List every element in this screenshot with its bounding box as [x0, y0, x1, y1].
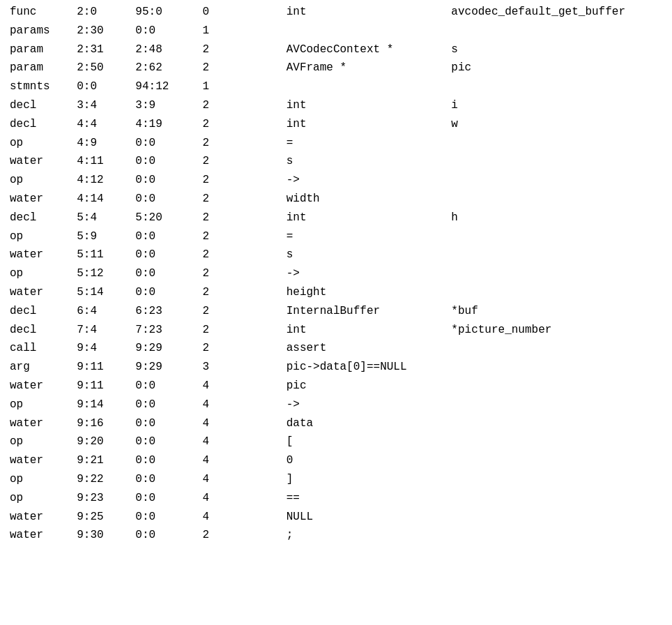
cell-0: op — [6, 489, 72, 508]
cell-3: 4 — [199, 508, 232, 527]
table-row: water9:250:04NULL — [6, 508, 666, 527]
table-row: param2:312:482AVCodecContext *s — [6, 40, 666, 59]
cell-6 — [437, 451, 447, 470]
cell-2: 9:29 — [131, 339, 198, 358]
cell-2: 4:19 — [131, 115, 198, 134]
cell-5: width — [282, 190, 437, 209]
cell-7 — [447, 77, 666, 96]
table-row: decl7:47:232int*picture_number — [6, 321, 666, 340]
cell-1: 4:4 — [72, 115, 131, 134]
data-table: func2:095:00intavcodec_default_get_buffe… — [6, 3, 666, 545]
cell-6 — [437, 77, 447, 96]
cell-4 — [232, 526, 282, 545]
cell-3: 2 — [199, 59, 232, 77]
cell-3: 2 — [199, 264, 232, 283]
table-row: op9:140:04-> — [6, 396, 666, 414]
table-row: water4:110:02s — [6, 152, 666, 171]
cell-1: 2:50 — [72, 59, 131, 77]
cell-3: 2 — [199, 96, 232, 115]
cell-0: water — [6, 152, 72, 171]
cell-2: 95:0 — [131, 3, 198, 22]
cell-4 — [232, 3, 282, 22]
cell-5: -> — [282, 396, 437, 414]
cell-5: int — [282, 3, 437, 22]
cell-1: 9:23 — [72, 489, 131, 508]
cell-3: 2 — [199, 171, 232, 190]
cell-7 — [447, 396, 666, 414]
cell-3: 4 — [199, 451, 232, 470]
cell-6 — [437, 115, 447, 134]
cell-3: 2 — [199, 526, 232, 545]
cell-5: s — [282, 246, 437, 264]
cell-2: 0:0 — [131, 227, 198, 246]
table-row: op9:230:04== — [6, 489, 666, 508]
cell-7: h — [447, 209, 666, 227]
cell-5: AVCodecContext * — [282, 40, 437, 59]
table-row: op4:90:02= — [6, 134, 666, 153]
cell-1: 5:14 — [72, 283, 131, 302]
cell-6 — [437, 339, 447, 358]
table-row: op9:200:04[ — [6, 432, 666, 451]
cell-5: AVFrame * — [282, 59, 437, 77]
cell-1: 9:14 — [72, 396, 131, 414]
cell-2: 0:0 — [131, 22, 198, 40]
cell-2: 7:23 — [131, 321, 198, 340]
table-row: water5:110:02s — [6, 246, 666, 264]
cell-7 — [447, 508, 666, 527]
cell-4 — [232, 22, 282, 40]
cell-5: ; — [282, 526, 437, 545]
cell-0: func — [6, 3, 72, 22]
cell-6 — [437, 152, 447, 171]
cell-6 — [437, 190, 447, 209]
cell-6 — [437, 209, 447, 227]
cell-1: 9:30 — [72, 526, 131, 545]
cell-2: 0:0 — [131, 264, 198, 283]
cell-5: = — [282, 227, 437, 246]
cell-4 — [232, 302, 282, 321]
cell-6 — [437, 302, 447, 321]
cell-2: 2:62 — [131, 59, 198, 77]
cell-7 — [447, 22, 666, 40]
cell-7 — [447, 283, 666, 302]
cell-1: 4:11 — [72, 152, 131, 171]
table-row: params2:300:01 — [6, 22, 666, 40]
cell-3: 2 — [199, 209, 232, 227]
cell-0: op — [6, 171, 72, 190]
cell-6 — [437, 432, 447, 451]
cell-7: s — [447, 40, 666, 59]
cell-4 — [232, 152, 282, 171]
table-row: op5:120:02-> — [6, 264, 666, 283]
table-row: water9:300:02; — [6, 526, 666, 545]
cell-0: op — [6, 134, 72, 153]
cell-4 — [232, 470, 282, 489]
table-row: func2:095:00intavcodec_default_get_buffe… — [6, 3, 666, 22]
cell-5: assert — [282, 339, 437, 358]
cell-1: 0:0 — [72, 77, 131, 96]
cell-6 — [437, 3, 447, 22]
cell-1: 2:31 — [72, 40, 131, 59]
cell-6 — [437, 508, 447, 527]
cell-2: 9:29 — [131, 358, 198, 377]
cell-0: water — [6, 508, 72, 527]
cell-6 — [437, 96, 447, 115]
cell-5: int — [282, 96, 437, 115]
cell-4 — [232, 209, 282, 227]
cell-4 — [232, 432, 282, 451]
cell-6 — [437, 227, 447, 246]
cell-1: 9:21 — [72, 451, 131, 470]
cell-0: decl — [6, 321, 72, 340]
cell-6 — [437, 321, 447, 340]
cell-0: decl — [6, 115, 72, 134]
cell-7 — [447, 526, 666, 545]
table-row: call9:49:292assert — [6, 339, 666, 358]
cell-7 — [447, 264, 666, 283]
cell-0: water — [6, 246, 72, 264]
cell-5: ] — [282, 470, 437, 489]
cell-7 — [447, 451, 666, 470]
cell-2: 0:0 — [131, 414, 198, 433]
cell-2: 0:0 — [131, 451, 198, 470]
cell-6 — [437, 283, 447, 302]
cell-5: s — [282, 152, 437, 171]
cell-0: decl — [6, 302, 72, 321]
cell-0: water — [6, 414, 72, 433]
